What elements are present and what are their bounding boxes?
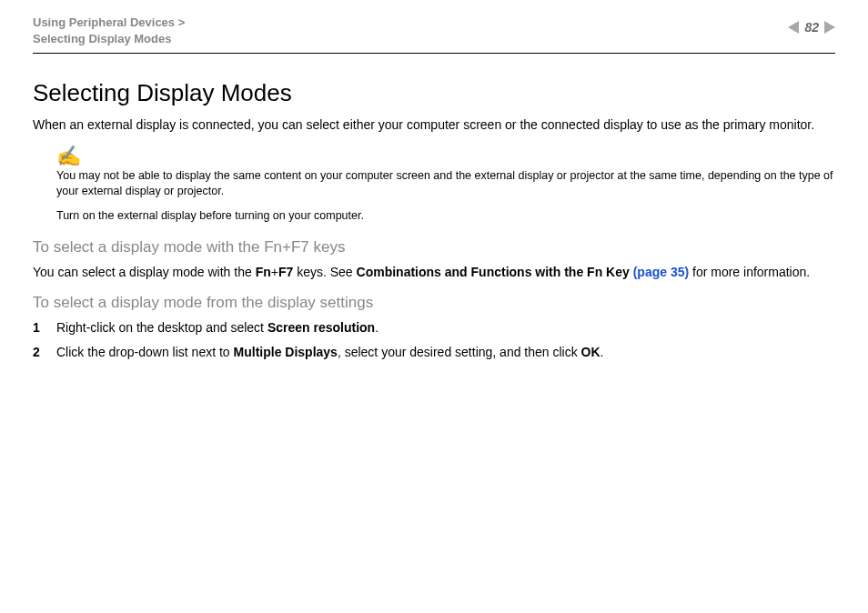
list-item: 1 Right-click on the desktop and select … (33, 319, 835, 337)
breadcrumb: Using Peripheral Devices > Selecting Dis… (33, 15, 185, 47)
page-nav: 82 (788, 15, 835, 35)
section-heading-fnf7: To select a display mode with the Fn+F7 … (33, 238, 835, 256)
page-number: 82 (804, 20, 819, 35)
step-number: 2 (33, 344, 56, 361)
section-body-fnf7: You can select a display mode with the F… (33, 264, 835, 281)
text-fragment: + (271, 265, 278, 279)
section-heading-settings: To select a display mode from the displa… (33, 294, 835, 312)
text-fragment: . (601, 345, 604, 359)
ui-label: Multiple Displays (234, 345, 338, 359)
reference-title: Combinations and Functions with the Fn K… (357, 265, 633, 279)
note-block: ✍ You may not be able to display the sam… (56, 146, 835, 224)
text-fragment: for more information. (689, 265, 810, 279)
key-f7: F7 (278, 265, 293, 279)
page-header: Using Peripheral Devices > Selecting Dis… (33, 15, 835, 54)
text-fragment: . (375, 320, 378, 335)
note-text-2: Turn on the external display before turn… (56, 208, 835, 224)
step-number: 1 (33, 319, 56, 337)
text-fragment: Right-click on the desktop and select (56, 320, 267, 335)
text-fragment: , select your desired setting, and then … (338, 345, 581, 359)
breadcrumb-line1: Using Peripheral Devices > (33, 15, 185, 31)
next-page-icon[interactable] (824, 21, 835, 34)
page-reference-link[interactable]: (page 35) (633, 265, 689, 279)
list-item: 2 Click the drop-down list next to Multi… (33, 344, 835, 361)
steps-list: 1 Right-click on the desktop and select … (33, 319, 835, 361)
intro-paragraph: When an external display is connected, y… (33, 116, 835, 134)
page-title: Selecting Display Modes (33, 79, 835, 107)
note-text-1: You may not be able to display the same … (56, 168, 835, 199)
ui-label: Screen resolution (267, 320, 375, 335)
text-fragment: keys. See (293, 265, 356, 279)
text-fragment: Click the drop-down list next to (56, 345, 234, 359)
step-text: Click the drop-down list next to Multipl… (56, 344, 603, 361)
breadcrumb-line2: Selecting Display Modes (33, 31, 185, 47)
ui-label: OK (581, 345, 601, 359)
text-fragment: You can select a display mode with the (33, 265, 256, 279)
note-icon: ✍ (56, 146, 835, 166)
step-text: Right-click on the desktop and select Sc… (56, 319, 378, 337)
prev-page-icon[interactable] (788, 21, 799, 34)
key-fn: Fn (256, 265, 271, 279)
